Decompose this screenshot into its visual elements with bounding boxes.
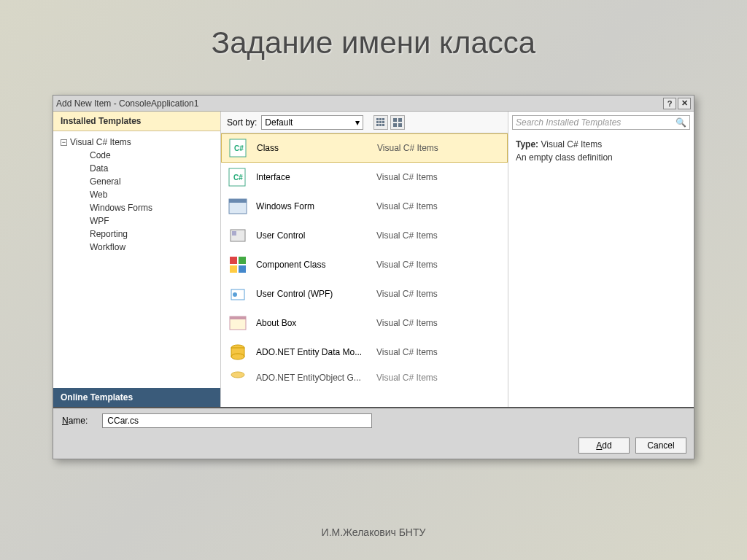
item-category: Visual C# Items — [376, 172, 502, 182]
view-small-icons-button[interactable] — [374, 115, 388, 130]
item-category: Visual C# Items — [376, 289, 502, 299]
template-item-windows-form[interactable]: Windows Form Visual C# Items — [221, 192, 508, 221]
svg-rect-20 — [232, 231, 236, 236]
chevron-down-icon: ▾ — [355, 117, 360, 128]
template-item-interface[interactable]: C# Interface Visual C# Items — [221, 163, 508, 192]
tree-item-web[interactable]: Web — [53, 188, 220, 201]
slide-title: Задание имени класса — [0, 0, 747, 61]
item-category: Visual C# Items — [376, 373, 502, 383]
cancel-button[interactable]: Cancel — [635, 438, 686, 454]
sort-value: Default — [265, 117, 293, 128]
svg-text:C#: C# — [234, 144, 244, 152]
tree-item-data[interactable]: Data — [53, 162, 220, 175]
sort-bar: Sort by: Default ▾ — [221, 112, 508, 133]
installed-templates-header[interactable]: Installed Templates — [53, 112, 220, 131]
svg-rect-9 — [393, 118, 397, 122]
grid-medium-icon — [393, 118, 402, 127]
svg-rect-23 — [230, 265, 237, 273]
svg-rect-3 — [376, 121, 379, 123]
online-templates-header[interactable]: Online Templates — [53, 388, 220, 407]
svg-rect-12 — [398, 123, 402, 127]
svg-rect-18 — [229, 199, 247, 203]
svg-rect-2 — [382, 118, 384, 120]
dialog-buttons: Add Cancel — [53, 432, 694, 459]
type-value: Visual C# Items — [541, 139, 602, 149]
svg-rect-22 — [239, 257, 246, 264]
tree-item-workflow[interactable]: Workflow — [53, 241, 220, 254]
help-button[interactable]: ? — [663, 98, 676, 109]
svg-point-26 — [233, 292, 237, 297]
form-icon — [227, 195, 249, 217]
svg-point-32 — [231, 372, 244, 378]
type-label: Type: — [516, 139, 538, 149]
grid-small-icon — [376, 118, 385, 127]
search-icon: 🔍 — [676, 117, 686, 128]
collapse-icon[interactable]: − — [61, 139, 67, 146]
name-label: Name: — [62, 416, 88, 426]
add-button[interactable]: Add — [578, 438, 630, 454]
item-category: Visual C# Items — [376, 347, 502, 357]
tree-label: Visual C# Items — [70, 137, 131, 147]
svg-rect-10 — [398, 118, 402, 122]
tree-item-wpf[interactable]: WPF — [53, 214, 220, 228]
template-item-about-box[interactable]: About Box Visual C# Items — [221, 308, 508, 338]
svg-rect-1 — [379, 118, 382, 120]
template-item-ado-entityobject[interactable]: ADO.NET EntityObject G... Visual C# Item… — [221, 367, 508, 389]
close-button[interactable]: ✕ — [678, 98, 691, 109]
item-category: Visual C# Items — [376, 318, 502, 328]
csharp-file-icon: C# — [227, 166, 249, 188]
item-name: Windows Form — [256, 201, 376, 211]
svg-rect-28 — [230, 316, 246, 319]
item-name: Component Class — [256, 260, 376, 270]
template-list: C# Class Visual C# Items C# Interface Vi… — [221, 133, 508, 407]
item-category: Visual C# Items — [376, 230, 502, 241]
item-name: ADO.NET EntityObject G... — [256, 373, 376, 383]
template-tree: − Visual C# Items Code Data General Web … — [53, 131, 220, 388]
svg-rect-8 — [382, 124, 384, 126]
svg-rect-21 — [230, 257, 237, 264]
titlebar-text: Add New Item - ConsoleApplication1 — [56, 98, 662, 109]
tree-item-general[interactable]: General — [53, 175, 220, 188]
item-category: Visual C# Items — [376, 260, 502, 270]
svg-rect-11 — [393, 123, 397, 127]
user-control-icon — [227, 225, 249, 246]
svg-rect-4 — [379, 121, 382, 123]
item-name: User Control — [256, 230, 376, 241]
svg-rect-24 — [239, 265, 246, 273]
template-item-class[interactable]: C# Class Visual C# Items — [221, 133, 508, 163]
tree-item-windows-forms[interactable]: Windows Forms — [53, 201, 220, 214]
type-line: Type: Visual C# Items — [516, 139, 686, 149]
search-input[interactable]: Search Installed Templates 🔍 — [512, 115, 690, 130]
template-item-ado-entity-data[interactable]: ADO.NET Entity Data Mo... Visual C# Item… — [221, 338, 508, 367]
template-item-user-control[interactable]: User Control Visual C# Items — [221, 221, 508, 250]
svg-point-31 — [231, 354, 244, 359]
sort-dropdown[interactable]: Default ▾ — [261, 115, 363, 130]
footer-credit: И.М.Желакович БНТУ — [0, 526, 747, 538]
item-name: User Control (WPF) — [256, 289, 376, 299]
database-icon — [227, 367, 249, 389]
database-icon — [227, 341, 249, 363]
item-name: About Box — [256, 318, 376, 328]
item-name: Class — [257, 143, 377, 153]
name-input[interactable] — [102, 413, 372, 428]
tree-root-visual-csharp[interactable]: − Visual C# Items — [53, 136, 220, 149]
tree-item-reporting[interactable]: Reporting — [53, 228, 220, 241]
item-category: Visual C# Items — [376, 201, 502, 211]
view-medium-icons-button[interactable] — [390, 115, 405, 130]
sidebar: Installed Templates − Visual C# Items Co… — [53, 112, 221, 407]
template-item-component-class[interactable]: Component Class Visual C# Items — [221, 250, 508, 279]
wpf-control-icon — [227, 283, 249, 305]
svg-rect-0 — [376, 118, 379, 120]
component-icon — [227, 254, 249, 276]
search-placeholder: Search Installed Templates — [516, 117, 621, 128]
about-box-icon — [227, 312, 249, 334]
description-text: An empty class definition — [516, 152, 686, 163]
csharp-file-icon: C# — [228, 137, 249, 159]
sort-label: Sort by: — [227, 117, 257, 128]
template-item-user-control-wpf[interactable]: User Control (WPF) Visual C# Items — [221, 279, 508, 308]
svg-text:C#: C# — [233, 174, 243, 182]
tree-item-code[interactable]: Code — [53, 149, 220, 162]
name-bar: Name: — [53, 408, 694, 432]
svg-rect-5 — [382, 121, 384, 123]
svg-rect-7 — [379, 124, 382, 126]
